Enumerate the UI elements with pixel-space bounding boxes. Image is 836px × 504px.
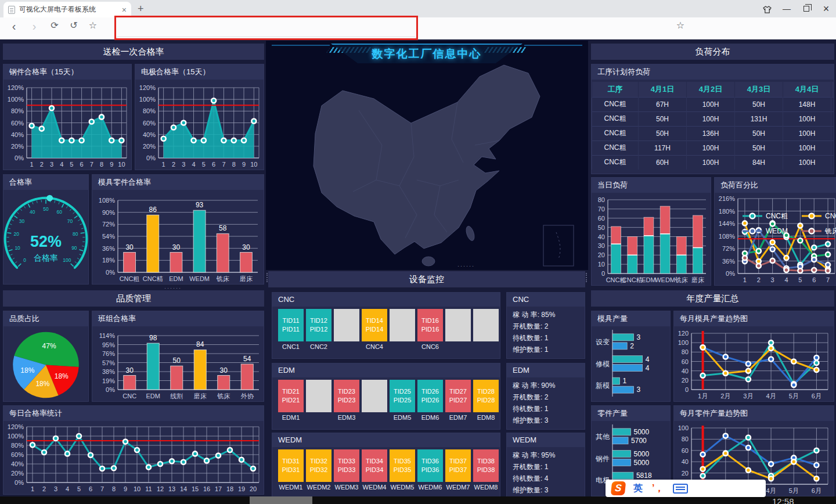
device-tile[interactable]: TID16PID16CNC6 xyxy=(417,309,443,351)
browser-skin-icon[interactable] xyxy=(757,4,777,13)
keyboard-icon[interactable] xyxy=(673,484,688,494)
device-tile[interactable] xyxy=(473,309,499,351)
svg-text:18%: 18% xyxy=(20,366,34,375)
svg-text:钢件: 钢件 xyxy=(595,455,610,463)
minimize-button[interactable]: — xyxy=(777,4,797,13)
undo-button[interactable]: ↺ xyxy=(66,20,82,31)
svg-text:磨床: 磨床 xyxy=(194,393,207,399)
table-cell: 60H xyxy=(639,155,687,170)
table-cell: 117H xyxy=(639,141,687,155)
device-tile[interactable]: TID27PID27EDM7 xyxy=(445,380,471,422)
table-cell: 100H xyxy=(687,111,735,126)
panel-title: 合格率 xyxy=(3,175,88,190)
svg-text:80: 80 xyxy=(682,348,689,355)
horizontal-scrollbar[interactable] xyxy=(0,496,836,504)
svg-text:CNC: CNC xyxy=(122,393,136,399)
svg-text:1月: 1月 xyxy=(698,393,708,399)
ime-punctuation-toggle[interactable]: ’， xyxy=(652,483,664,495)
sogou-logo-icon[interactable]: S xyxy=(611,481,626,495)
device-tile[interactable] xyxy=(390,309,415,351)
svg-text:6: 6 xyxy=(812,276,816,283)
svg-text:0: 0 xyxy=(685,386,689,393)
svg-text:铣床: 铣床 xyxy=(216,275,229,282)
panel-title: 负荷百分比 xyxy=(715,178,836,193)
device-tile[interactable]: TID38PID38WEDM8 xyxy=(473,449,499,492)
device-tile[interactable] xyxy=(334,309,359,351)
refresh-button[interactable]: ⟳ xyxy=(46,20,63,31)
svg-text:铣床: 铣床 xyxy=(675,276,688,283)
tab-title: 可视化大屏电子看板系统 xyxy=(19,5,118,15)
svg-text:30: 30 xyxy=(19,218,25,224)
bookmark-star-icon[interactable]: ☆ xyxy=(85,20,101,31)
svg-text:合格率: 合格率 xyxy=(34,253,58,262)
ime-language-toggle[interactable]: 英 xyxy=(633,483,643,495)
table-cell: 84H xyxy=(735,155,783,170)
device-tile[interactable]: TID26PID26EDM6 xyxy=(417,380,443,422)
restore-button[interactable] xyxy=(797,4,816,13)
new-tab-button[interactable]: + xyxy=(138,3,144,15)
panel-title: 当日负荷 xyxy=(592,178,711,193)
svg-text:13: 13 xyxy=(168,485,175,492)
device-tile[interactable]: TID14PID14CNC4 xyxy=(362,309,387,351)
svg-text:2: 2 xyxy=(42,485,46,492)
close-button[interactable]: × xyxy=(816,3,836,15)
device-tile-label: EDM8 xyxy=(473,414,499,422)
svg-text:76%: 76% xyxy=(102,350,115,357)
device-tile-label xyxy=(362,414,387,422)
svg-text:10: 10 xyxy=(15,245,20,251)
device-tile[interactable]: TID11PID11CNC1 xyxy=(278,309,304,351)
panel-title: 钢件合格率（15天） xyxy=(3,64,131,80)
tab-close-icon[interactable]: × xyxy=(122,5,127,15)
device-tile[interactable]: TID35PID35WEDM5 xyxy=(390,449,415,492)
svg-text:2: 2 xyxy=(40,161,44,168)
panel-title: 班组合格率 xyxy=(92,311,264,326)
table-row: CNC粗60H100H84H100H xyxy=(592,155,835,170)
daily-pass-chart: 0%20%40%60%80%100%120%123456789101112131… xyxy=(3,421,264,494)
device-tile[interactable] xyxy=(445,309,471,351)
center-title: 数字化工厂信息中心 xyxy=(331,44,522,63)
device-stat-line: 开机数量: 2 xyxy=(513,391,582,403)
svg-text:100%: 100% xyxy=(8,96,24,103)
device-tile[interactable]: TID23PID23EDM3 xyxy=(334,380,359,422)
device-tile[interactable]: TID25PID25EDM5 xyxy=(390,380,415,422)
svg-text:20: 20 xyxy=(598,251,605,258)
device-tile-label: CNC6 xyxy=(417,343,443,351)
china-map xyxy=(266,41,588,270)
svg-text:20%: 20% xyxy=(143,143,156,150)
table-header-cell: 4月1日 xyxy=(639,82,687,97)
device-tile[interactable]: TID21PID21EDM1 xyxy=(278,380,304,422)
svg-text:40: 40 xyxy=(682,368,689,375)
svg-text:30: 30 xyxy=(125,243,134,251)
device-tile[interactable]: TID36PID36WEDM6 xyxy=(417,449,443,492)
table-row: CNC粗67H100H50H148H xyxy=(592,97,835,111)
favorite-star-icon[interactable]: ☆ xyxy=(672,20,689,31)
device-tile-label: WEDM6 xyxy=(417,484,443,492)
scrollbar-thumb[interactable] xyxy=(250,496,312,504)
device-tile[interactable]: TID32PID32WEDM2 xyxy=(306,449,331,492)
browser-tab[interactable]: 可视化大屏电子看板系统 × xyxy=(3,2,131,17)
device-tile[interactable]: TID34PID34WEDM4 xyxy=(362,449,387,492)
svg-text:3: 3 xyxy=(54,485,57,492)
device-tile[interactable]: TID28PID28EDM8 xyxy=(473,380,499,422)
device-tile-label: WEDM5 xyxy=(390,484,415,492)
svg-text:2: 2 xyxy=(630,342,634,350)
browser-tab-bar: 可视化大屏电子看板系统 × + — × xyxy=(0,0,836,17)
svg-text:其他: 其他 xyxy=(596,433,610,441)
section-header-inspection: 送检一次合格率 xyxy=(3,44,264,60)
device-tile[interactable] xyxy=(306,380,331,422)
svg-text:5700: 5700 xyxy=(631,437,647,445)
svg-text:30: 30 xyxy=(172,243,181,251)
device-tile[interactable] xyxy=(362,380,387,422)
device-tile[interactable]: TID37PID37WEDM7 xyxy=(445,449,471,492)
forward-button[interactable]: › xyxy=(26,20,42,33)
device-tile[interactable]: TID31PID31WEDM1 xyxy=(278,449,304,492)
svg-text:16: 16 xyxy=(203,485,210,492)
table-cell xyxy=(831,155,835,170)
back-button[interactable]: ‹ xyxy=(6,20,22,33)
device-tile[interactable]: TID33PID33WEDM3 xyxy=(334,449,359,492)
device-stat-line: 开机数量: 2 xyxy=(513,321,582,332)
device-tile[interactable]: TID12PID12CNC2 xyxy=(306,309,331,351)
svg-text:95%: 95% xyxy=(102,341,115,348)
table-cell: 136H xyxy=(687,126,735,141)
svg-text:0%: 0% xyxy=(15,154,24,161)
